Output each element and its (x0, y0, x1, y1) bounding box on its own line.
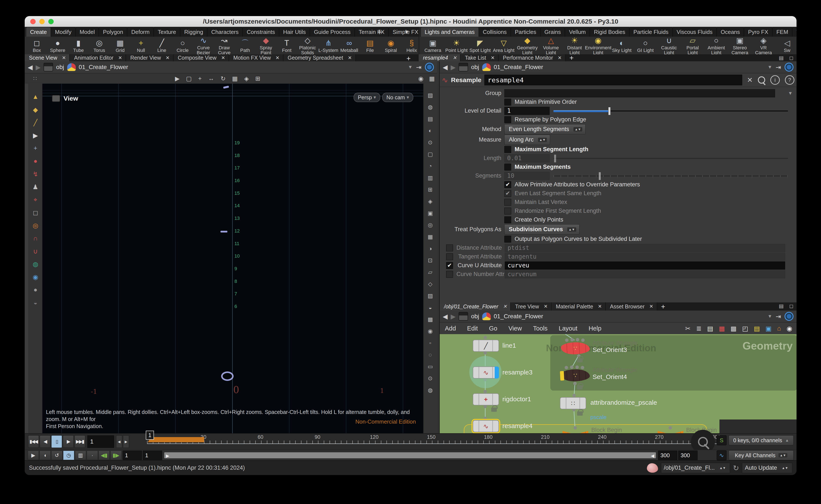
shelf-tab[interactable]: Particle Fluids (629, 27, 673, 37)
pane-tab[interactable]: Geometry Spreadsheet ✕ (284, 54, 356, 61)
pane-tab[interactable]: Tree View ✕ (511, 302, 551, 311)
checkbox[interactable] (504, 199, 511, 206)
breadcrumb-node[interactable]: 01_Create_Flower (494, 64, 543, 71)
node-label[interactable]: line1 (502, 342, 516, 349)
stow-bar[interactable] (25, 84, 29, 434)
shelf-tool[interactable]: ◐ Sky Light (610, 38, 634, 53)
network-toolbar-icon[interactable]: ▤ (754, 325, 760, 332)
display-option-icon[interactable]: ◑ (429, 245, 432, 252)
tool-icon[interactable]: ◻ (30, 208, 40, 217)
subframe-icon[interactable]: ∙ (87, 451, 98, 460)
display-option-icon[interactable]: ◒ (429, 304, 432, 311)
close-tab-icon[interactable]: ✕ (62, 55, 66, 61)
scrollbar-right-arrow-icon[interactable]: ◀ (651, 453, 654, 458)
viewport-tool-icon[interactable]: ▦ (232, 75, 238, 82)
length-field[interactable]: 0.01 (504, 154, 550, 162)
shelf-tab[interactable]: Deform (127, 27, 153, 37)
frame-step-back-button[interactable]: ◀ (116, 435, 122, 448)
measure-dropdown[interactable]: Along Arc ▲▼ (504, 135, 550, 145)
node-label[interactable]: Set_Orient3 (592, 346, 627, 353)
group-dropdown-icon[interactable]: ▼ (788, 91, 793, 96)
group-field[interactable] (504, 89, 775, 97)
lod-field[interactable]: 1 (504, 107, 550, 115)
channel-graph-icon[interactable]: ∿ (717, 450, 727, 460)
current-frame-field[interactable]: 1 (87, 435, 114, 448)
viewport-tool-icon[interactable]: ◉ (418, 75, 423, 82)
shelf-tool[interactable]: T Font (276, 38, 297, 53)
menu-item[interactable]: Help (588, 325, 601, 332)
tools-icon[interactable]: ✕ (747, 76, 753, 84)
network-toolbar-icon[interactable]: ▦ (719, 325, 725, 332)
node-label[interactable]: attribrandomize_pscale (590, 399, 657, 406)
zoom-window-button[interactable] (48, 19, 54, 24)
curve-u-attribute-field[interactable]: curveu (505, 261, 785, 270)
segments-field[interactable]: 10 (504, 172, 550, 180)
display-option-icon[interactable]: ◌ (429, 351, 432, 359)
tool-icon[interactable]: ↯ (30, 170, 40, 178)
breadcrumb-root[interactable]: obj (471, 64, 479, 71)
segments-slider[interactable] (553, 172, 788, 180)
shelf-tab[interactable]: Guide Process (310, 27, 355, 37)
key-all-channels-button[interactable]: Key All Channels ▲▼ (729, 450, 794, 460)
network-canvas[interactable]: Non-Commercial Edition Geometry (440, 334, 797, 434)
length-slider[interactable] (553, 154, 788, 162)
range-start-bracket-button[interactable]: ◀▮ (98, 451, 110, 460)
shelf-tool[interactable]: ○ GI Light (634, 38, 657, 53)
path-dropdown-icon[interactable]: ▼ (768, 314, 772, 319)
close-tab-icon[interactable]: ✕ (503, 304, 507, 309)
checkbox[interactable] (446, 253, 453, 260)
display-option-icon[interactable]: ▨ (428, 292, 433, 300)
display-option-icon[interactable]: ▣ (428, 209, 433, 217)
shelf-tool[interactable]: ◆ Spray Paint (256, 36, 276, 55)
node-name-field[interactable]: resample4 (484, 75, 742, 85)
pane-tab[interactable]: Motion FX View ✕ (229, 54, 284, 61)
shelf-tab[interactable]: Wires (792, 27, 797, 37)
shelf-tool[interactable]: ◆ Geometry Light (515, 36, 539, 55)
display-option-icon[interactable]: ⊞ (428, 186, 433, 193)
shelf-tool[interactable]: ● Sphere (47, 38, 68, 53)
tool-icon[interactable]: ╱ (30, 118, 40, 127)
display-option-icon[interactable]: ▥ (428, 174, 433, 182)
tool-icon[interactable]: + (30, 144, 40, 152)
menu-item[interactable]: Go (489, 325, 497, 332)
shelf-tool[interactable]: ∪ Caustic Light (657, 36, 681, 55)
close-tab-icon[interactable]: ✕ (544, 304, 548, 309)
display-option-icon[interactable]: ▱ (428, 268, 432, 276)
tool-icon[interactable]: ◉ (30, 273, 40, 281)
shelf-tab[interactable]: FEM (772, 27, 792, 37)
display-option-icon[interactable]: ◈ (428, 198, 432, 205)
scoped-channels-icon[interactable]: S (717, 435, 727, 445)
network-toolbar-icon[interactable]: ◉ (787, 325, 792, 332)
shelf-tab[interactable]: Rigid Bodies (590, 27, 629, 37)
display-option-icon[interactable]: ◔ (429, 162, 432, 170)
context-selector[interactable]: /obj/01_Create_Fl... ▲▼ (661, 463, 730, 473)
link-indicator-icon[interactable] (425, 63, 434, 72)
shelf-tool[interactable]: ⌒ Path (235, 38, 256, 53)
display-option-icon[interactable]: ⊡ (428, 257, 433, 264)
geometry-node-icon[interactable] (482, 312, 491, 320)
pane-maximize-icon[interactable]: ◻ (789, 55, 794, 61)
node-attribrandomize[interactable]: ∷ (560, 397, 586, 409)
checkbox[interactable] (504, 208, 511, 214)
range-substart-field[interactable]: 1 (143, 451, 162, 460)
link-indicator-icon[interactable] (785, 63, 794, 72)
tool-icon[interactable]: ◒ (30, 299, 40, 307)
pane-tab[interactable]: Render View ✕ (126, 54, 173, 61)
pane-tab[interactable]: Take List ✕ (460, 54, 498, 61)
shelf-tool[interactable]: ◁ Sw (775, 38, 797, 53)
shelf-tab[interactable]: Particles (511, 27, 540, 37)
display-option-icon[interactable]: ◍ (428, 103, 433, 111)
shelf-tool[interactable]: ▽ Area Light (492, 38, 515, 53)
pin-pane-icon[interactable]: ⇥ (776, 313, 781, 320)
node-resample3[interactable]: ∿ (473, 367, 499, 379)
display-option-icon[interactable]: ⊙ (428, 139, 433, 146)
display-option-icon[interactable]: ▧ (428, 91, 433, 99)
node-label[interactable]: resample3 (502, 369, 532, 376)
add-pane-tab-button[interactable]: + (657, 302, 669, 311)
breadcrumb-node[interactable]: 01_Create_Flower (494, 313, 543, 320)
breadcrumb-root[interactable]: obj (471, 313, 479, 320)
checkbox-checked[interactable]: ✔ (504, 190, 511, 197)
camera-select-button[interactable]: No cam ▾ (382, 93, 413, 102)
network-toolbar-icon[interactable]: ◰ (742, 325, 748, 332)
tool-icon[interactable]: ▲ (30, 93, 40, 101)
